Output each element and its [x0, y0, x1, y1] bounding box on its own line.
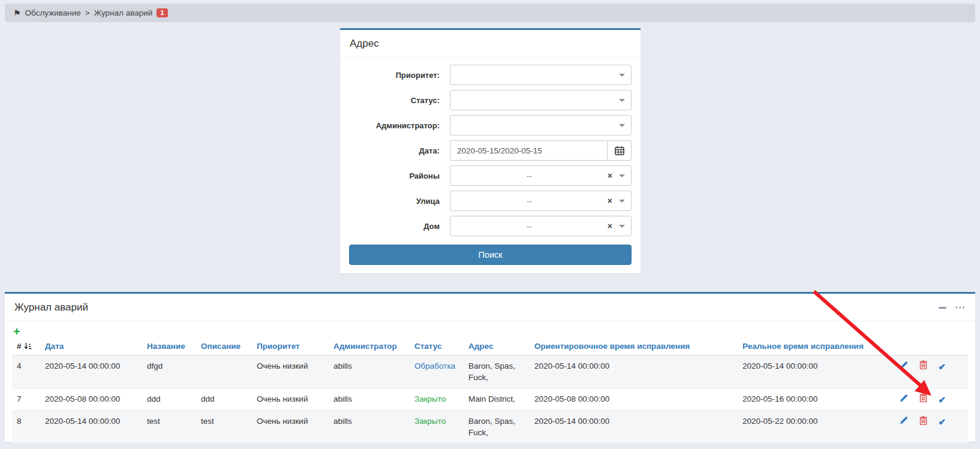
district-select[interactable]: -- × — [450, 165, 632, 186]
chevron-down-icon — [619, 99, 625, 102]
status-select[interactable] — [450, 90, 632, 110]
sort-icon — [24, 342, 32, 350]
chevron-down-icon — [619, 200, 625, 203]
building-select[interactable]: -- × — [450, 216, 632, 236]
resolve-check-icon[interactable]: ✔ — [939, 361, 946, 372]
table-header-row: # Дата Название Описание Приоритет Админ… — [12, 338, 968, 355]
delete-icon[interactable] — [919, 416, 927, 428]
column-header-priority[interactable]: Приоритет — [252, 338, 329, 355]
edit-icon[interactable] — [900, 361, 908, 372]
calendar-icon — [615, 146, 624, 155]
priority-select[interactable] — [450, 65, 632, 85]
column-header-id[interactable]: # — [12, 338, 40, 355]
delete-icon[interactable] — [919, 393, 927, 405]
collapse-icon[interactable] — [939, 307, 946, 309]
resolve-check-icon[interactable]: ✔ — [939, 416, 946, 427]
resolve-check-icon[interactable]: ✔ — [939, 394, 946, 405]
column-header-name[interactable]: Название — [142, 338, 196, 355]
edit-icon[interactable] — [900, 416, 908, 427]
date-range-input[interactable] — [450, 140, 607, 161]
admin-select[interactable] — [450, 115, 632, 135]
status-label: Статус: — [349, 96, 450, 105]
edit-icon[interactable] — [900, 394, 908, 405]
chevron-down-icon — [619, 225, 625, 228]
column-header-description[interactable]: Описание — [196, 338, 252, 355]
clear-icon[interactable]: × — [606, 171, 614, 180]
flag-icon: ⚑ — [13, 8, 21, 18]
status-badge[interactable]: Обработка — [414, 361, 455, 370]
column-header-admin[interactable]: Администратор — [329, 338, 410, 355]
chevron-down-icon — [619, 124, 625, 127]
breadcrumb: ⚑ Обслуживание > Журнал аварий 1 — [5, 4, 975, 22]
table-row: 4 2020-05-14 00:00:00 dfgd Очень низкий … — [12, 355, 968, 388]
breadcrumb-page: Журнал аварий — [94, 8, 153, 17]
status-badge[interactable]: Закрыто — [414, 394, 446, 403]
street-select[interactable]: -- × — [450, 191, 632, 211]
date-label: Дата: — [349, 146, 450, 155]
priority-label: Приоритет: — [349, 71, 450, 80]
table-row: 7 2020-05-08 00:00:00 ddd ddd Очень низк… — [12, 388, 968, 411]
street-label: Улица — [349, 197, 450, 206]
chevron-down-icon — [619, 174, 625, 177]
breadcrumb-section[interactable]: Обслуживание — [25, 8, 81, 17]
search-button[interactable]: Поиск — [349, 245, 632, 265]
column-header-status[interactable]: Статус — [410, 338, 464, 355]
accident-log-table: # Дата Название Описание Приоритет Админ… — [12, 338, 968, 443]
add-record-button[interactable]: + — [13, 326, 20, 337]
district-label: Районы — [349, 171, 450, 180]
address-filter-panel: Адрес Приоритет: Статус: Администратор: — [340, 28, 641, 273]
filter-panel-title: Адрес — [340, 30, 641, 58]
delete-icon[interactable] — [919, 360, 927, 372]
clear-icon[interactable]: × — [606, 196, 614, 206]
table-row: 8 2020-05-14 00:00:00 test test Очень ни… — [12, 411, 968, 444]
status-badge[interactable]: Закрыто — [414, 417, 446, 426]
ellipsis-icon[interactable]: ⋯ — [955, 305, 966, 311]
clear-icon[interactable]: × — [606, 221, 614, 231]
chevron-down-icon — [619, 74, 625, 77]
column-header-date[interactable]: Дата — [40, 338, 142, 355]
column-header-actions — [895, 338, 968, 355]
building-label: Дом — [349, 222, 450, 231]
admin-label: Администратор: — [349, 121, 450, 130]
column-header-fixed[interactable]: Реальное время исправления — [738, 338, 895, 355]
column-header-address[interactable]: Адрес — [464, 338, 530, 355]
calendar-button[interactable] — [607, 140, 632, 161]
breadcrumb-separator: > — [85, 8, 90, 17]
log-panel-title: Журнал аварий — [14, 302, 88, 314]
alert-count-badge: 1 — [157, 8, 167, 18]
column-header-eta[interactable]: Ориентировочное время исправления — [530, 338, 738, 355]
accident-log-panel: Журнал аварий ⋯ + # — [5, 292, 975, 442]
